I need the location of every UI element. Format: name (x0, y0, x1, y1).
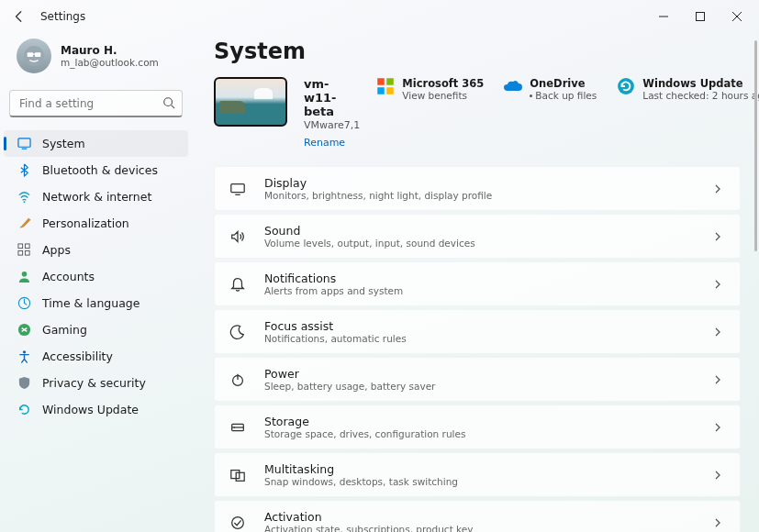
card-sub: Volume levels, output, input, sound devi… (264, 238, 712, 249)
sidebar-item-label: Bluetooth & devices (42, 163, 158, 177)
power-icon (228, 370, 248, 390)
chevron-right-icon (712, 279, 723, 290)
card-title: Focus assist (264, 319, 712, 333)
sidebar-item-accessibility[interactable]: Accessibility (4, 343, 188, 370)
shield-icon (17, 376, 31, 391)
svg-point-10 (23, 201, 25, 203)
pc-thumbnail[interactable] (214, 77, 287, 127)
storage-icon (228, 417, 248, 438)
maximize-button[interactable] (682, 2, 719, 31)
moon-icon (228, 322, 248, 342)
settings-category-list: DisplayMonitors, brightness, night light… (214, 166, 741, 532)
tile-title: Microsoft 365 (402, 77, 484, 90)
sidebar-item-label: Apps (42, 243, 71, 257)
sound-icon (228, 227, 248, 247)
app-title: Settings (40, 10, 85, 23)
svg-point-6 (164, 98, 173, 106)
svg-point-18 (22, 350, 25, 353)
multitasking-icon (228, 465, 248, 485)
svg-point-33 (232, 516, 244, 528)
bluetooth-icon (17, 163, 31, 178)
maximize-icon (696, 12, 705, 21)
svg-point-15 (21, 272, 27, 277)
minimize-icon (659, 12, 668, 21)
person-icon (17, 270, 31, 284)
nav-list: System Bluetooth & devices Network & int… (0, 130, 192, 423)
card-notifications[interactable]: NotificationsAlerts from apps and system (214, 261, 741, 306)
pc-model: VMware7,1 (304, 119, 360, 131)
tile-onedrive[interactable]: OneDrive Back up files (504, 77, 597, 101)
close-icon (732, 12, 742, 21)
chevron-right-icon (712, 327, 723, 338)
chevron-right-icon (712, 517, 723, 528)
avatar (17, 39, 51, 73)
search-icon (162, 96, 175, 109)
sidebar-item-apps[interactable]: Apps (4, 237, 188, 263)
card-sub: Activation state, subscriptions, product… (264, 524, 712, 532)
card-title: Storage (264, 415, 712, 428)
card-title: Sound (264, 224, 712, 238)
system-icon (17, 137, 31, 151)
svg-rect-5 (33, 53, 35, 54)
sidebar-item-label: Time & language (42, 296, 140, 310)
sidebar-item-time-language[interactable]: Time & language (4, 290, 188, 316)
back-button[interactable] (4, 1, 35, 32)
tile-sub: Last checked: 2 hours ago (642, 90, 759, 101)
sidebar-item-network[interactable]: Network & internet (4, 183, 188, 210)
close-button[interactable] (719, 2, 755, 31)
svg-rect-20 (387, 78, 395, 85)
apps-icon (17, 243, 31, 258)
accessibility-icon (17, 349, 31, 364)
card-sound[interactable]: SoundVolume levels, output, input, sound… (214, 214, 741, 259)
sidebar-item-system[interactable]: System (4, 130, 188, 157)
chevron-right-icon (712, 422, 723, 433)
tile-sub: View benefits (402, 90, 484, 101)
rename-link[interactable]: Rename (304, 137, 345, 149)
sidebar-item-bluetooth[interactable]: Bluetooth & devices (4, 157, 188, 183)
tile-title: Windows Update (642, 77, 759, 90)
sidebar-item-label: Windows Update (42, 403, 139, 416)
svg-rect-22 (387, 87, 395, 94)
card-sub: Snap windows, desktops, task switching (264, 476, 712, 487)
card-focus-assist[interactable]: Focus assistNotifications, automatic rul… (214, 309, 741, 354)
sidebar-item-label: Accessibility (42, 349, 113, 363)
card-sub: Monitors, brightness, night light, displ… (264, 190, 712, 201)
tile-windows-update[interactable]: Windows Update Last checked: 2 hours ago (617, 77, 759, 101)
chevron-right-icon (712, 374, 723, 385)
onedrive-icon (504, 77, 522, 95)
sidebar-item-gaming[interactable]: Gaming (4, 316, 188, 343)
card-power[interactable]: PowerSleep, battery usage, battery saver (214, 357, 741, 402)
display-icon (228, 179, 248, 199)
svg-rect-13 (17, 250, 22, 255)
sidebar-item-privacy[interactable]: Privacy & security (4, 370, 188, 396)
activation-icon (228, 513, 248, 533)
svg-point-2 (24, 46, 44, 66)
sidebar-item-personalization[interactable]: Personalization (4, 210, 188, 237)
sidebar-item-label: Privacy & security (42, 376, 146, 390)
svg-rect-32 (236, 472, 244, 481)
sidebar-item-windows-update[interactable]: Windows Update (4, 396, 188, 423)
avatar-sunglasses-icon (24, 46, 44, 66)
scrollbar-thumb[interactable] (754, 40, 757, 251)
card-activation[interactable]: ActivationActivation state, subscription… (214, 500, 741, 532)
window-controls (645, 2, 755, 31)
search-box[interactable] (9, 90, 183, 117)
update-tile-icon (617, 77, 635, 95)
tile-microsoft-365[interactable]: Microsoft 365 View benefits (376, 77, 484, 101)
card-multitasking[interactable]: MultitaskingSnap windows, desktops, task… (214, 452, 741, 497)
card-title: Power (264, 367, 712, 381)
main-content: System vm-w11-beta VMware7,1 Rename Micr… (197, 33, 759, 532)
search-input[interactable] (9, 90, 183, 117)
minimize-button[interactable] (645, 2, 682, 31)
card-display[interactable]: DisplayMonitors, brightness, night light… (214, 166, 741, 211)
gaming-icon (17, 323, 31, 338)
card-storage[interactable]: StorageStorage space, drives, configurat… (214, 405, 741, 449)
sidebar-item-label: Gaming (42, 323, 87, 337)
system-hero: vm-w11-beta VMware7,1 Rename Microsoft 3… (214, 77, 741, 150)
paintbrush-icon (17, 216, 31, 231)
profile-info: Mauro H. m_lab@outlook.com (61, 44, 159, 68)
sidebar-item-accounts[interactable]: Accounts (4, 263, 188, 290)
sidebar: Mauro H. m_lab@outlook.com System Blueto… (0, 33, 197, 532)
profile-block[interactable]: Mauro H. m_lab@outlook.com (0, 33, 192, 84)
page-title: System (214, 39, 741, 64)
